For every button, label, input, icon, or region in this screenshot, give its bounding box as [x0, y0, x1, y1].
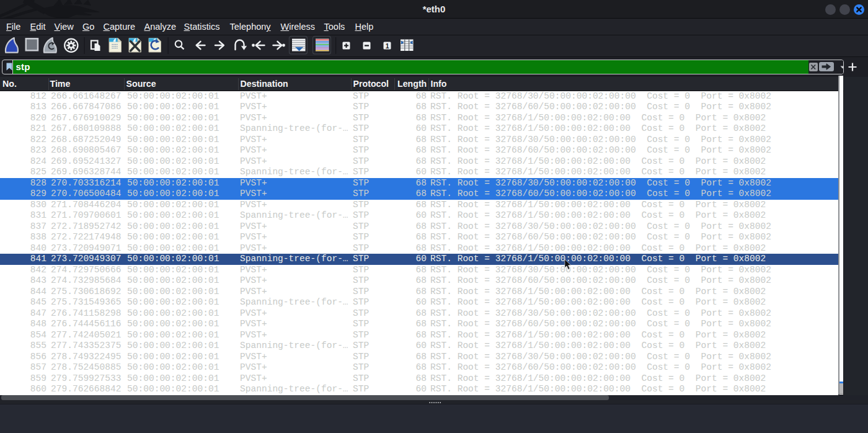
- svg-text:1: 1: [386, 42, 389, 50]
